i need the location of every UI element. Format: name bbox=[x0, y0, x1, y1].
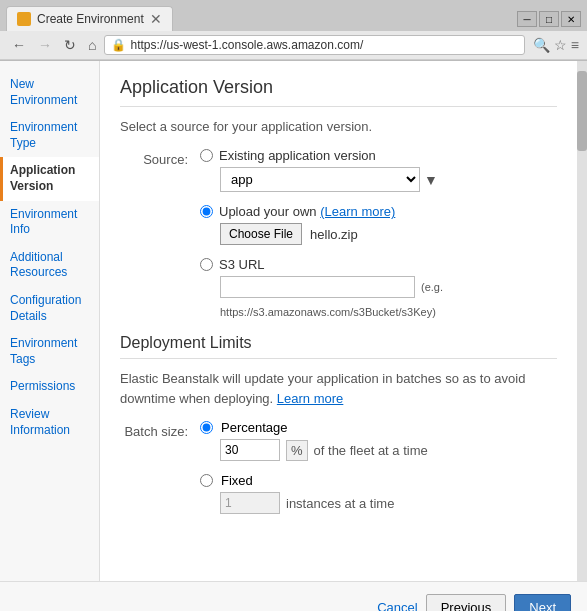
refresh-button[interactable]: ↻ bbox=[60, 35, 80, 55]
tab-favicon bbox=[17, 12, 31, 26]
sidebar-item-tags[interactable]: Environment Tags bbox=[0, 330, 99, 373]
instances-label: instances at a time bbox=[286, 496, 394, 511]
sidebar-item-env-info[interactable]: Environment Info bbox=[0, 201, 99, 244]
existing-radio[interactable] bbox=[200, 149, 213, 162]
url-text: https://us-west-1.console.aws.amazon.com… bbox=[130, 38, 517, 52]
of-fleet-label: of the fleet at a time bbox=[314, 443, 428, 458]
nav-bar: ← → ↻ ⌂ 🔒 https://us-west-1.console.aws.… bbox=[0, 31, 587, 60]
percentage-input-row: 30 % of the fleet at a time bbox=[220, 439, 428, 461]
previous-button[interactable]: Previous bbox=[426, 594, 507, 611]
cancel-button[interactable]: Cancel bbox=[377, 600, 417, 611]
sidebar-item-config[interactable]: Configuration Details bbox=[0, 287, 99, 330]
footer: Cancel Previous Next bbox=[0, 581, 587, 611]
upload-option: Upload your own (Learn more) bbox=[200, 204, 443, 219]
fixed-value-input[interactable] bbox=[220, 492, 280, 514]
star-icon[interactable]: ☆ bbox=[554, 37, 567, 53]
percentage-label[interactable]: Percentage bbox=[221, 420, 288, 435]
fixed-radio[interactable] bbox=[200, 474, 213, 487]
sidebar-item-permissions[interactable]: Permissions bbox=[0, 373, 99, 401]
home-button[interactable]: ⌂ bbox=[84, 35, 100, 55]
sidebar-item-review[interactable]: Review Information bbox=[0, 401, 99, 444]
tab-title: Create Environment bbox=[37, 12, 144, 26]
batch-size-label: Batch size: bbox=[120, 420, 200, 439]
existing-dropdown-row: app ▼ bbox=[220, 167, 443, 192]
s3-url-input[interactable] bbox=[220, 276, 415, 298]
file-row: Choose File hello.zip bbox=[220, 223, 443, 245]
search-icon[interactable]: 🔍 bbox=[533, 37, 550, 53]
pct-symbol: % bbox=[286, 440, 308, 461]
s3-example-url-row: https://s3.amazonaws.com/s3Bucket/s3Key) bbox=[220, 306, 443, 318]
active-tab[interactable]: Create Environment ✕ bbox=[6, 6, 173, 31]
source-form-row: Source: Existing application version app… bbox=[120, 148, 557, 318]
address-bar[interactable]: 🔒 https://us-west-1.console.aws.amazon.c… bbox=[104, 35, 524, 55]
learn-more-link[interactable]: (Learn more) bbox=[320, 204, 395, 219]
percentage-option: Percentage bbox=[200, 420, 428, 435]
percentage-value-input[interactable]: 30 bbox=[220, 439, 280, 461]
page-title: Application Version bbox=[120, 77, 557, 107]
lock-icon: 🔒 bbox=[111, 38, 126, 52]
sidebar: New Environment Environment Type Applica… bbox=[0, 61, 100, 581]
s3-input-row: (e.g. bbox=[220, 276, 443, 298]
source-radio-group: Existing application version app ▼ Uploa… bbox=[200, 148, 443, 318]
choose-file-button[interactable]: Choose File bbox=[220, 223, 302, 245]
scrollbar-thumb[interactable] bbox=[577, 71, 587, 151]
sidebar-item-additional[interactable]: Additional Resources bbox=[0, 244, 99, 287]
deployment-desc: Elastic Beanstalk will update your appli… bbox=[120, 369, 557, 408]
s3-option-label[interactable]: S3 URL bbox=[219, 257, 265, 272]
s3-example-url: https://s3.amazonaws.com/s3Bucket/s3Key) bbox=[220, 306, 443, 318]
main-panel: Application Version Select a source for … bbox=[100, 61, 577, 581]
s3-example-label: (e.g. bbox=[421, 281, 443, 293]
sidebar-item-new-env[interactable]: New Environment bbox=[0, 71, 99, 114]
deployment-title: Deployment Limits bbox=[120, 334, 557, 359]
next-button[interactable]: Next bbox=[514, 594, 571, 611]
deployment-learn-more-link[interactable]: Learn more bbox=[277, 391, 343, 406]
app-container: New Environment Environment Type Applica… bbox=[0, 61, 587, 581]
s3-radio[interactable] bbox=[200, 258, 213, 271]
source-label: Source: bbox=[120, 148, 200, 167]
upload-radio[interactable] bbox=[200, 205, 213, 218]
sidebar-item-env-type[interactable]: Environment Type bbox=[0, 114, 99, 157]
restore-button[interactable]: □ bbox=[539, 11, 559, 27]
dropdown-arrow-icon: ▼ bbox=[424, 172, 438, 188]
upload-option-label: Upload your own (Learn more) bbox=[219, 204, 395, 219]
browser-chrome: Create Environment ✕ ─ □ ✕ ← → ↻ ⌂ 🔒 htt… bbox=[0, 0, 587, 61]
batch-options: Percentage 30 % of the fleet at a time F… bbox=[200, 420, 428, 514]
scrollbar[interactable] bbox=[577, 61, 587, 581]
menu-icon[interactable]: ≡ bbox=[571, 37, 579, 53]
window-controls: ─ □ ✕ bbox=[517, 11, 581, 31]
fixed-label[interactable]: Fixed bbox=[221, 473, 253, 488]
existing-option-label[interactable]: Existing application version bbox=[219, 148, 376, 163]
minimize-button[interactable]: ─ bbox=[517, 11, 537, 27]
fixed-option: Fixed bbox=[200, 473, 428, 488]
tab-bar: Create Environment ✕ ─ □ ✕ bbox=[0, 0, 587, 31]
tab-close-icon[interactable]: ✕ bbox=[150, 11, 162, 27]
percentage-radio[interactable] bbox=[200, 421, 213, 434]
close-button[interactable]: ✕ bbox=[561, 11, 581, 27]
file-name-display: hello.zip bbox=[310, 227, 358, 242]
fixed-input-row: instances at a time bbox=[220, 492, 428, 514]
sidebar-item-app-version[interactable]: Application Version bbox=[0, 157, 99, 200]
back-button[interactable]: ← bbox=[8, 35, 30, 55]
section-subtitle: Select a source for your application ver… bbox=[120, 119, 557, 134]
existing-option: Existing application version bbox=[200, 148, 443, 163]
forward-button[interactable]: → bbox=[34, 35, 56, 55]
batch-size-row: Batch size: Percentage 30 % of the fleet… bbox=[120, 420, 557, 514]
nav-icons: 🔍 ☆ ≡ bbox=[533, 37, 579, 53]
deployment-section: Deployment Limits Elastic Beanstalk will… bbox=[120, 334, 557, 514]
s3-option: S3 URL bbox=[200, 257, 443, 272]
app-version-select[interactable]: app bbox=[220, 167, 420, 192]
